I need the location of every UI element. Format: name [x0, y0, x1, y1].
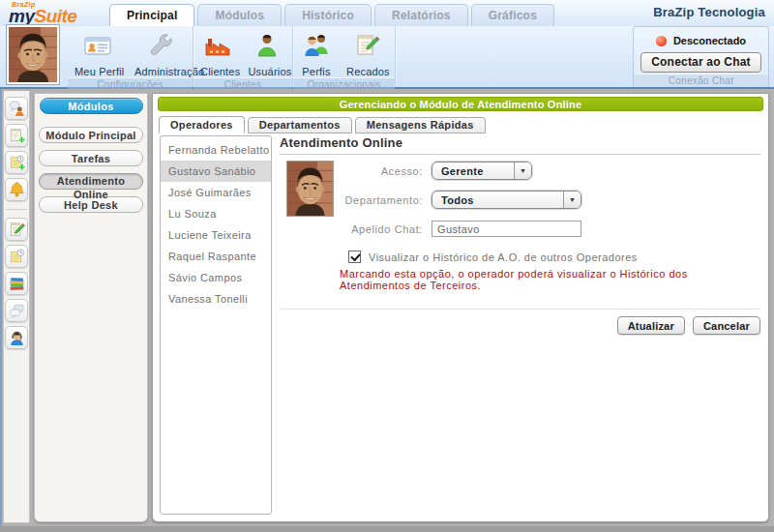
user-icon: [253, 31, 282, 60]
top-tab-modulos[interactable]: Módulos: [197, 4, 282, 26]
operator-list-item[interactable]: Vanessa Tonelli: [161, 288, 271, 310]
ribbon-item-label: Recados: [346, 66, 388, 77]
operator-list-item[interactable]: Lu Souza: [161, 203, 271, 224]
acesso-label: Acesso:: [280, 165, 423, 177]
top-tab-historico[interactable]: Histórico: [284, 4, 372, 26]
sidebar-divider: [6, 209, 27, 210]
disconnected-status-icon: [656, 36, 667, 46]
modules-panel-header: Módulos: [40, 98, 143, 114]
top-tab-graficos[interactable]: Gráficos: [471, 4, 554, 26]
title-divider: [280, 154, 760, 155]
operator-list-item-selected[interactable]: Gustavo Sanábio: [161, 161, 271, 182]
quick-icon-sidebar: [3, 91, 30, 523]
content-tab-strip: Operadores Departamentos Mensagens Rápid…: [159, 116, 486, 133]
sidebar-button-note-add[interactable]: [5, 124, 28, 147]
ribbon-item-label: Perfis: [300, 66, 333, 77]
company-name: BraZip Tecnologia: [653, 5, 765, 19]
top-tab-principal[interactable]: Principal: [109, 4, 194, 26]
chat-bubbles-icon: [8, 302, 26, 320]
app-window: BraZip mySuite Principal Módulos Históri…: [0, 0, 774, 532]
ribbon-item-usuarios[interactable]: Usuários: [241, 28, 292, 77]
factory-icon: [203, 31, 232, 60]
module-header-bar: Gerenciando o Módulo de Atendimento Onli…: [158, 97, 763, 111]
ribbon-group-configuracoes: Meu Perfil Administração Configurações: [68, 26, 194, 87]
top-tab-relatorios[interactable]: Relatórios: [374, 4, 468, 26]
chat-status: Desconectado: [656, 35, 746, 46]
app-logo: BraZip mySuite: [9, 1, 76, 26]
chat-status-label: Desconectado: [673, 35, 746, 46]
operator-list-item[interactable]: Raquel Raspante: [161, 246, 271, 267]
ribbon-group-organizacionais: Perfis Recados Organizacionais: [293, 26, 396, 87]
top-bar: BraZip mySuite Principal Módulos Históri…: [0, 0, 774, 26]
tab-mensagens-rapidas[interactable]: Mensagens Rápidas: [355, 117, 486, 133]
chevron-down-icon: ▼: [563, 192, 580, 208]
window-bottom-edge: [0, 526, 774, 532]
operator-list-item[interactable]: Luciene Teixeira: [161, 224, 271, 246]
sidebar-button-library[interactable]: [5, 272, 28, 295]
ribbon-item-label: Meu Perfil: [74, 66, 121, 77]
headset-icon: [8, 329, 26, 347]
logo-my: my: [9, 6, 34, 26]
books-icon: [8, 275, 26, 293]
ribbon-item-label: Clientes: [200, 66, 234, 77]
module-button-modulo-principal[interactable]: Módulo Principal: [39, 127, 143, 143]
operator-detail-panel: Atendimento Online Acesso: Gerente ▼ Dep…: [280, 135, 760, 515]
people-icon: [302, 31, 331, 60]
checkbox-label: Visualizar o Histórico de A.O. de outros…: [369, 251, 638, 263]
sidebar-button-tasks[interactable]: [5, 245, 28, 268]
departamento-value: Todos: [432, 192, 563, 208]
ribbon-item-perfis[interactable]: Perfis: [293, 28, 340, 77]
cancelar-button[interactable]: Cancelar: [693, 316, 760, 335]
acesso-value: Gerente: [432, 163, 514, 179]
module-button-help-desk[interactable]: Help Desk: [39, 196, 143, 213]
apelido-chat-input[interactable]: [432, 221, 581, 237]
user-chat-icon: [8, 100, 26, 118]
ribbon-item-label: Usuários: [248, 66, 285, 77]
main-panel: Gerenciando o Módulo de Atendimento Onli…: [152, 93, 769, 522]
ribbon: Meu Perfil Administração Configurações: [0, 26, 774, 89]
footer-divider: [280, 309, 760, 310]
ribbon-group-clientes: Clientes Usuários Clientes: [194, 26, 293, 87]
sidebar-button-note-edit[interactable]: [5, 218, 28, 241]
ribbon-group-label: Conexão Chat: [634, 74, 768, 87]
chevron-down-icon: ▼: [514, 163, 531, 179]
acesso-dropdown[interactable]: Gerente ▼: [432, 162, 532, 180]
operator-list-item[interactable]: Sávio Campos: [161, 267, 271, 288]
detail-title: Atendimento Online: [280, 135, 760, 150]
visualizar-historico-checkbox[interactable]: [348, 251, 361, 263]
modules-panel: Módulos Módulo Principal Tarefas Atendim…: [34, 93, 148, 522]
sidebar-button-support[interactable]: [5, 326, 28, 349]
operator-list-item[interactable]: Fernanda Rebelatto: [161, 139, 271, 161]
departamento-label: Departamento:: [280, 194, 423, 206]
connect-chat-button[interactable]: Conectar ao Chat: [640, 52, 761, 73]
top-tab-strip: Principal Módulos Histórico Relatórios G…: [109, 4, 554, 26]
wrench-icon: [146, 31, 175, 60]
ribbon-item-administracao[interactable]: Administração: [128, 28, 193, 77]
id-card-icon: [83, 31, 112, 60]
notepad-pencil-icon: [353, 31, 382, 60]
module-button-atendimento-online[interactable]: Atendimento Online: [39, 173, 143, 190]
sidebar-button-bell[interactable]: [5, 178, 28, 201]
operator-list-item[interactable]: José Guimarães: [161, 182, 271, 203]
user-avatar: [6, 24, 60, 85]
bell-icon: [8, 181, 26, 199]
apelido-chat-label: Apelido Chat:: [280, 223, 423, 235]
sidebar-button-user-chat[interactable]: [5, 97, 28, 120]
module-button-tarefas[interactable]: Tarefas: [39, 150, 143, 166]
ribbon-item-clientes[interactable]: Clientes: [194, 28, 241, 77]
workspace: Módulos Módulo Principal Tarefas Atendim…: [0, 89, 774, 526]
ribbon-item-label: Administração: [134, 66, 186, 77]
atualizar-button[interactable]: Atualizar: [617, 316, 685, 335]
logo-suite: Suite: [34, 6, 76, 26]
ribbon-item-recados[interactable]: Recados: [340, 28, 395, 77]
sidebar-button-tasks-add[interactable]: [5, 151, 28, 174]
tasks-clock-icon: [8, 248, 26, 266]
note-edit-icon: [8, 221, 26, 239]
tab-operadores[interactable]: Operadores: [159, 116, 245, 133]
tab-departamentos[interactable]: Departamentos: [248, 117, 352, 133]
warning-text: Marcando esta opção, o operador poderá v…: [340, 268, 760, 291]
departamento-dropdown[interactable]: Todos ▼: [432, 191, 581, 209]
tasks-clock-add-icon: [8, 154, 26, 172]
ribbon-item-meu-perfil[interactable]: Meu Perfil: [68, 28, 128, 77]
sidebar-button-conversations[interactable]: [5, 299, 28, 322]
